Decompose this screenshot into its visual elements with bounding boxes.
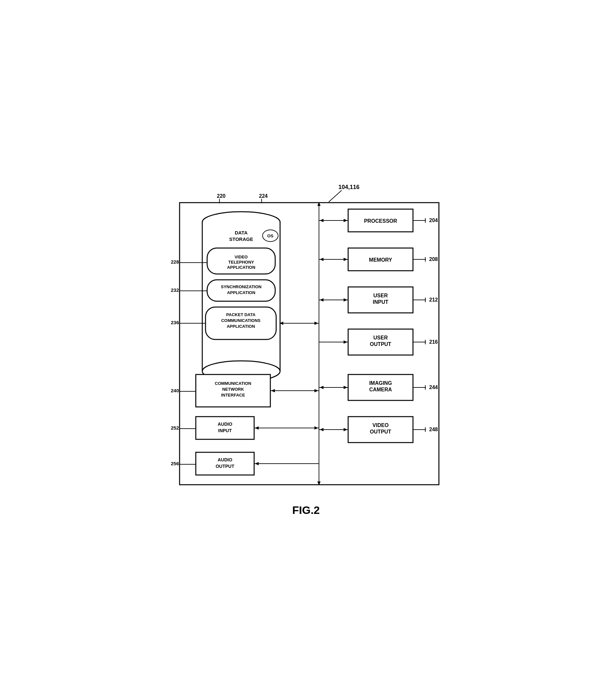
ref-204: 204 <box>429 218 438 223</box>
processor-label: PROCESSOR <box>364 218 398 224</box>
fig-label: FIG.2 <box>292 504 320 516</box>
label-232: 232 <box>171 287 179 293</box>
imaging-camera-line1: IMAGING <box>369 380 392 386</box>
video-output-line1: VIDEO <box>373 423 389 428</box>
os-label: OS <box>267 233 274 238</box>
label-236: 236 <box>171 320 179 325</box>
label-228: 228 <box>171 259 179 264</box>
label-224: 224 <box>259 193 268 199</box>
sync-app-line1: SYNCHRONIZATION <box>221 284 261 289</box>
ref-208: 208 <box>429 257 438 262</box>
diagram-wrapper: 104,116 220 224 DATA STORAGE OS VIDEO TE… <box>167 180 445 520</box>
user-output-line2: OUTPUT <box>370 341 391 347</box>
data-storage-line1: DATA <box>235 230 248 235</box>
user-input-line2: INPUT <box>373 299 388 305</box>
video-telephony-line1: VIDEO <box>235 255 248 259</box>
audio-output-line1: AUDIO <box>218 457 232 462</box>
video-telephony-line3: APPLICATION <box>227 265 255 270</box>
ref-216: 216 <box>429 339 438 345</box>
comm-network-line3: INTERFACE <box>221 393 245 398</box>
comm-network-line2: NETWORK <box>222 387 244 392</box>
svg-line-0 <box>329 190 342 202</box>
user-output-line1: USER <box>373 335 388 341</box>
label-252: 252 <box>171 425 179 430</box>
label-256: 256 <box>171 461 179 466</box>
label-220: 220 <box>217 193 226 199</box>
packet-data-line1: PACKET DATA <box>226 312 256 317</box>
packet-data-line2: COMMUNICATIONS <box>221 318 260 323</box>
audio-input-line2: INPUT <box>218 428 232 433</box>
video-telephony-line2: TELEPHONY <box>228 260 254 264</box>
video-output-line2: OUTPUT <box>370 429 391 435</box>
data-storage-line2: STORAGE <box>229 236 253 242</box>
ref-244: 244 <box>429 385 438 390</box>
audio-input-line1: AUDIO <box>218 422 232 427</box>
ref-104-116-label: 104,116 <box>338 184 360 190</box>
sync-app-line2: APPLICATION <box>227 290 255 295</box>
ref-248: 248 <box>429 427 438 432</box>
packet-data-box <box>206 307 276 340</box>
audio-output-line2: OUTPUT <box>215 464 234 469</box>
user-input-line1: USER <box>373 293 388 298</box>
ref-212: 212 <box>429 297 438 302</box>
label-240: 240 <box>171 388 179 393</box>
diagram-svg: 104,116 220 224 DATA STORAGE OS VIDEO TE… <box>167 180 445 520</box>
memory-label: MEMORY <box>369 257 392 263</box>
packet-data-line3: APPLICATION <box>226 324 255 329</box>
comm-network-line1: COMMUNICATION <box>215 381 251 386</box>
imaging-camera-line2: CAMERA <box>369 387 392 392</box>
